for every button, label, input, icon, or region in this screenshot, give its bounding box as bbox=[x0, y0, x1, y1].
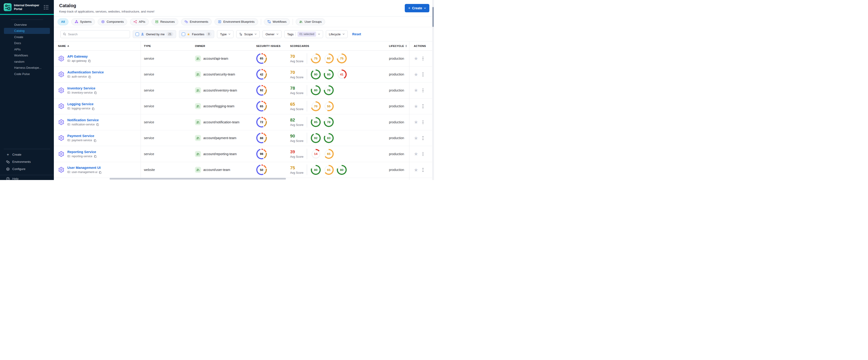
kebab-menu-icon[interactable] bbox=[422, 88, 424, 93]
horizontal-scrollbar-thumb[interactable] bbox=[110, 178, 286, 180]
sidebar-item-harness-develope-[interactable]: Harness Develope... bbox=[4, 65, 50, 71]
tab-apis[interactable]: APIs bbox=[130, 18, 149, 25]
scorecard-ring[interactable]: 60 bbox=[324, 53, 334, 63]
favorite-star-icon[interactable]: ★ bbox=[414, 151, 418, 156]
scorecard-ring[interactable]: 78 bbox=[324, 117, 334, 127]
scorecard-ring[interactable]: 83 bbox=[324, 133, 334, 143]
entity-name-link[interactable]: Logging Service bbox=[67, 102, 95, 106]
kebab-menu-icon[interactable] bbox=[422, 72, 424, 77]
favorite-star-icon[interactable]: ★ bbox=[414, 88, 418, 93]
sidebar-item-catalog[interactable]: Catalog bbox=[4, 28, 50, 34]
entity-name-link[interactable]: Notification Service bbox=[67, 118, 99, 122]
security-issues-ring[interactable]: 72 bbox=[256, 117, 267, 127]
scorecard-ring[interactable]: 80 bbox=[337, 165, 347, 175]
table-row[interactable]: Authentication Service ID: auth-service … bbox=[54, 67, 434, 83]
scorecard-ring[interactable]: 80 bbox=[311, 85, 321, 95]
table-row[interactable]: Notification Service ID: notification-se… bbox=[54, 114, 434, 130]
column-header-lifecycle[interactable]: LIFECYCLE bbox=[385, 44, 409, 48]
tab-workflows[interactable]: Workflows bbox=[264, 18, 290, 25]
owner-name[interactable]: account/payment-team bbox=[203, 136, 236, 140]
security-issues-ring[interactable]: 92 bbox=[256, 85, 267, 96]
scorecard-ring[interactable]: 80 bbox=[311, 165, 321, 175]
kebab-menu-icon[interactable] bbox=[422, 167, 424, 173]
search-input[interactable] bbox=[68, 32, 127, 36]
scorecard-ring[interactable]: 75 bbox=[311, 53, 321, 63]
scorecard-ring[interactable]: 85 bbox=[311, 117, 321, 127]
owner-name[interactable]: account/logging-team bbox=[203, 104, 235, 108]
entity-name-link[interactable]: User Management UI bbox=[67, 166, 102, 170]
tab-environment-blueprints[interactable]: Environment Blueprints bbox=[214, 18, 258, 25]
table-row[interactable]: API Gateway ID: api-gateway service acco… bbox=[54, 51, 434, 67]
sidebar-item-apis[interactable]: APIs bbox=[4, 46, 50, 53]
sidebar-item-docs[interactable]: Docs bbox=[4, 40, 50, 47]
entity-name-link[interactable]: Payment Service bbox=[67, 134, 97, 138]
favorites-checkbox[interactable] bbox=[182, 32, 185, 36]
owner-name[interactable]: account/user-team bbox=[203, 168, 230, 172]
security-issues-ring[interactable]: 88 bbox=[256, 132, 267, 143]
sidebar-item-environments[interactable]: Environments bbox=[0, 158, 54, 166]
scorecard-ring[interactable]: 65 bbox=[324, 149, 334, 159]
scorecard-ring[interactable]: 76 bbox=[324, 85, 334, 95]
scorecard-ring[interactable]: 65 bbox=[324, 165, 334, 175]
owner-name[interactable]: account/inventory-team bbox=[203, 89, 237, 92]
sidebar-item-random[interactable]: random bbox=[4, 59, 50, 65]
kebab-menu-icon[interactable] bbox=[422, 103, 424, 109]
app-grid-icon[interactable] bbox=[44, 5, 48, 9]
copy-icon[interactable] bbox=[94, 139, 97, 142]
entity-name-link[interactable]: Reporting Service bbox=[67, 150, 97, 154]
tab-environments[interactable]: Environments bbox=[181, 18, 212, 25]
kebab-menu-icon[interactable] bbox=[422, 120, 424, 125]
scorecard-ring[interactable]: 75 bbox=[337, 53, 347, 63]
create-button[interactable]: + Create bbox=[405, 4, 429, 12]
scorecard-ring[interactable]: 14 bbox=[311, 149, 321, 159]
lifecycle-dropdown[interactable]: Lifecycle bbox=[326, 30, 348, 38]
scorecard-ring[interactable]: 80 bbox=[324, 69, 334, 80]
column-header-name[interactable]: NAME bbox=[54, 44, 141, 48]
copy-icon[interactable] bbox=[99, 171, 102, 174]
sidebar-item-create[interactable]: +Create bbox=[0, 151, 54, 158]
owner-name[interactable]: account/api-team bbox=[203, 57, 228, 60]
tab-systems[interactable]: Systems bbox=[71, 18, 95, 25]
owner-name[interactable]: account/security-team bbox=[203, 72, 235, 76]
favorite-star-icon[interactable]: ★ bbox=[414, 104, 418, 109]
owner-name[interactable]: account/reporting-team bbox=[203, 152, 237, 156]
favorite-star-icon[interactable]: ★ bbox=[414, 168, 418, 172]
sidebar-item-workflows[interactable]: Workflows bbox=[4, 53, 50, 59]
copy-icon[interactable] bbox=[88, 59, 91, 62]
favorite-star-icon[interactable]: ★ bbox=[414, 136, 418, 141]
favorite-star-icon[interactable]: ★ bbox=[414, 72, 418, 77]
sidebar-item-code-pulse[interactable]: Code Pulse bbox=[4, 71, 50, 77]
owned-by-me-checkbox[interactable] bbox=[135, 32, 139, 36]
favorite-star-icon[interactable]: ★ bbox=[414, 56, 418, 61]
copy-icon[interactable] bbox=[88, 75, 91, 78]
sidebar-item-create[interactable]: Create bbox=[4, 34, 50, 40]
kebab-menu-icon[interactable] bbox=[422, 56, 424, 61]
sidebar-item-configure[interactable]: Configure bbox=[0, 166, 54, 173]
type-dropdown[interactable]: Type bbox=[217, 30, 234, 38]
favorites-filter[interactable]: ★ Favorites 0 bbox=[179, 30, 214, 38]
scorecard-ring[interactable]: 55 bbox=[324, 101, 334, 111]
owned-by-me-filter[interactable]: Owned by me 21 bbox=[133, 30, 176, 38]
owner-dropdown[interactable]: Owner bbox=[262, 30, 281, 38]
vertical-scrollbar-thumb[interactable] bbox=[432, 7, 434, 27]
copy-icon[interactable] bbox=[94, 91, 97, 94]
table-row[interactable]: Payment Service ID: payment-service serv… bbox=[54, 130, 434, 146]
security-issues-ring[interactable]: 42 bbox=[256, 69, 267, 80]
copy-icon[interactable] bbox=[96, 123, 99, 126]
security-issues-ring[interactable]: 65 bbox=[256, 101, 267, 112]
tab-all[interactable]: All bbox=[58, 18, 68, 25]
kebab-menu-icon[interactable] bbox=[422, 151, 424, 157]
entity-name-link[interactable]: API Gateway bbox=[67, 55, 91, 58]
scorecard-ring[interactable]: 70 bbox=[311, 101, 321, 111]
scope-dropdown[interactable]: Scope bbox=[236, 30, 260, 38]
table-row[interactable]: Inventory Service ID: inventory-service … bbox=[54, 83, 434, 98]
tab-user-groups[interactable]: User Groups bbox=[296, 18, 325, 25]
tab-resources[interactable]: Resources bbox=[152, 18, 178, 25]
security-issues-ring[interactable]: 65 bbox=[256, 53, 267, 64]
sidebar-item-help[interactable]: Help bbox=[0, 175, 54, 180]
copy-icon[interactable] bbox=[92, 107, 95, 110]
favorite-star-icon[interactable]: ★ bbox=[414, 120, 418, 124]
entity-name-link[interactable]: Authentication Service bbox=[67, 70, 104, 74]
security-issues-ring[interactable]: 50 bbox=[256, 164, 267, 175]
security-issues-ring[interactable]: 98 bbox=[256, 149, 267, 159]
